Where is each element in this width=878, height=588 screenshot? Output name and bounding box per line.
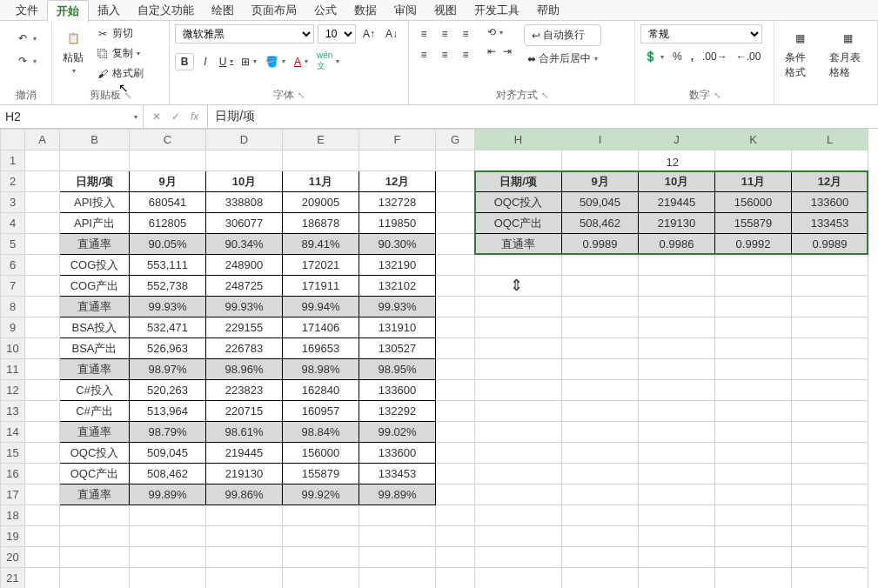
font-dialog-icon[interactable]: ⤡ <box>298 90 305 100</box>
cell-L10[interactable] <box>792 338 868 359</box>
cell-D17[interactable]: 99.86% <box>206 484 283 505</box>
align-middle-button[interactable]: ≡ <box>435 24 454 43</box>
currency-button[interactable]: 💲▾ <box>640 49 667 64</box>
cell-F18[interactable] <box>359 505 436 526</box>
cell-C11[interactable]: 98.97% <box>130 359 206 380</box>
cell-C5[interactable]: 90.05% <box>130 234 206 255</box>
cell-B12[interactable]: C#投入 <box>60 380 130 401</box>
cell-E17[interactable]: 99.92% <box>283 484 359 505</box>
cell-G4[interactable] <box>436 213 475 234</box>
row-header-6[interactable]: 6 <box>1 255 25 276</box>
cell-J12[interactable] <box>639 380 715 401</box>
cell-F11[interactable]: 98.95% <box>359 359 436 380</box>
cell-J4[interactable]: 219130 <box>639 213 715 234</box>
align-top-button[interactable]: ≡ <box>414 24 433 43</box>
cell-L9[interactable] <box>792 317 868 338</box>
cell-L2[interactable]: 12月 <box>792 171 868 192</box>
cell-E2[interactable]: 11月 <box>283 171 359 192</box>
cell-C6[interactable]: 553,111 <box>130 255 206 276</box>
cell-D10[interactable]: 226783 <box>206 338 283 359</box>
cell-B1[interactable] <box>60 150 130 171</box>
cell-H14[interactable] <box>475 422 562 443</box>
cell-A12[interactable] <box>25 380 60 401</box>
cell-G17[interactable] <box>436 484 475 505</box>
outdent-button[interactable]: ⇤ <box>484 43 499 59</box>
cell-D7[interactable]: 248725 <box>206 276 283 297</box>
align-center-button[interactable]: ≡ <box>435 45 454 64</box>
cell-A11[interactable] <box>25 359 60 380</box>
font-color-button[interactable]: A▾ <box>291 54 312 70</box>
cell-C19[interactable] <box>130 526 206 547</box>
cell-K1[interactable] <box>715 150 792 171</box>
cell-J15[interactable] <box>639 443 715 464</box>
cell-L14[interactable] <box>792 422 868 443</box>
cell-K3[interactable]: 156000 <box>715 192 792 213</box>
cell-E3[interactable]: 209005 <box>283 192 359 213</box>
cell-D16[interactable]: 219130 <box>206 464 283 484</box>
cell-K6[interactable] <box>715 255 792 276</box>
col-header-C[interactable]: C <box>130 130 206 150</box>
cell-B8[interactable]: 直通率 <box>60 297 130 317</box>
cell-D20[interactable] <box>206 547 283 568</box>
cell-H21[interactable] <box>475 568 562 589</box>
cell-B20[interactable] <box>60 547 130 568</box>
cell-K18[interactable] <box>715 505 792 526</box>
row-header-17[interactable]: 17 <box>1 484 25 505</box>
cell-F7[interactable]: 132102 <box>359 276 436 297</box>
cell-L20[interactable] <box>792 547 868 568</box>
cell-F16[interactable]: 133453 <box>359 464 436 484</box>
cell-K7[interactable] <box>715 276 792 297</box>
menu-插入[interactable]: 插入 <box>89 0 129 21</box>
cell-I14[interactable] <box>562 422 639 443</box>
cell-H1[interactable] <box>475 150 562 171</box>
cell-J7[interactable] <box>639 276 715 297</box>
cell-A8[interactable] <box>25 297 60 317</box>
cell-H12[interactable] <box>475 380 562 401</box>
cell-I10[interactable] <box>562 338 639 359</box>
phonetic-button[interactable]: wén文▾ <box>313 49 343 74</box>
cell-G9[interactable] <box>436 317 475 338</box>
row-header-3[interactable]: 3 <box>1 192 25 213</box>
cell-F10[interactable]: 130527 <box>359 338 436 359</box>
cell-K9[interactable] <box>715 317 792 338</box>
cell-G18[interactable] <box>436 505 475 526</box>
cell-B5[interactable]: 直通率 <box>60 234 130 255</box>
cell-J16[interactable] <box>639 464 715 484</box>
cell-K15[interactable] <box>715 443 792 464</box>
cell-E1[interactable] <box>283 150 359 171</box>
cell-C13[interactable]: 513,964 <box>130 401 206 422</box>
cell-G3[interactable] <box>436 192 475 213</box>
cell-H6[interactable] <box>475 255 562 276</box>
cell-A19[interactable] <box>25 526 60 547</box>
cell-K11[interactable] <box>715 359 792 380</box>
cell-J19[interactable] <box>639 526 715 547</box>
merge-center-button[interactable]: ⬌ 合并后居中▾ <box>524 50 601 68</box>
cell-L17[interactable] <box>792 484 868 505</box>
align-left-button[interactable]: ≡ <box>414 45 433 64</box>
cell-A6[interactable] <box>25 255 60 276</box>
cell-B16[interactable]: OQC产出 <box>60 464 130 484</box>
conditional-format-button[interactable]: ▦条件格式 <box>780 24 821 84</box>
cell-D6[interactable]: 248900 <box>206 255 283 276</box>
worksheet[interactable]: ABCDEFGHIJKL12日期/项9月10月11月12月日期/项9月10月11… <box>0 129 878 588</box>
cell-C4[interactable]: 612805 <box>130 213 206 234</box>
cell-G15[interactable] <box>436 443 475 464</box>
orientation-button[interactable]: ⟲▾ <box>484 24 515 40</box>
align-bottom-button[interactable]: ≡ <box>456 24 475 43</box>
cell-A2[interactable] <box>25 171 60 192</box>
col-header-A[interactable]: A <box>25 130 60 150</box>
name-box[interactable]: H2▾ <box>0 105 144 128</box>
col-header-L[interactable]: L <box>792 130 868 150</box>
cell-A15[interactable] <box>25 443 60 464</box>
cell-L18[interactable] <box>792 505 868 526</box>
cell-L21[interactable] <box>792 568 868 589</box>
menu-审阅[interactable]: 审阅 <box>385 0 426 21</box>
cell-K10[interactable] <box>715 338 792 359</box>
cell-C8[interactable]: 99.93% <box>130 297 206 317</box>
cell-B6[interactable]: COG投入 <box>60 255 130 276</box>
cancel-formula-button[interactable]: ✕ <box>149 109 164 124</box>
cell-F13[interactable]: 132292 <box>359 401 436 422</box>
cell-G21[interactable] <box>436 568 475 589</box>
cell-A18[interactable] <box>25 505 60 526</box>
wrap-text-button[interactable]: ↩ 自动换行 <box>524 24 601 46</box>
